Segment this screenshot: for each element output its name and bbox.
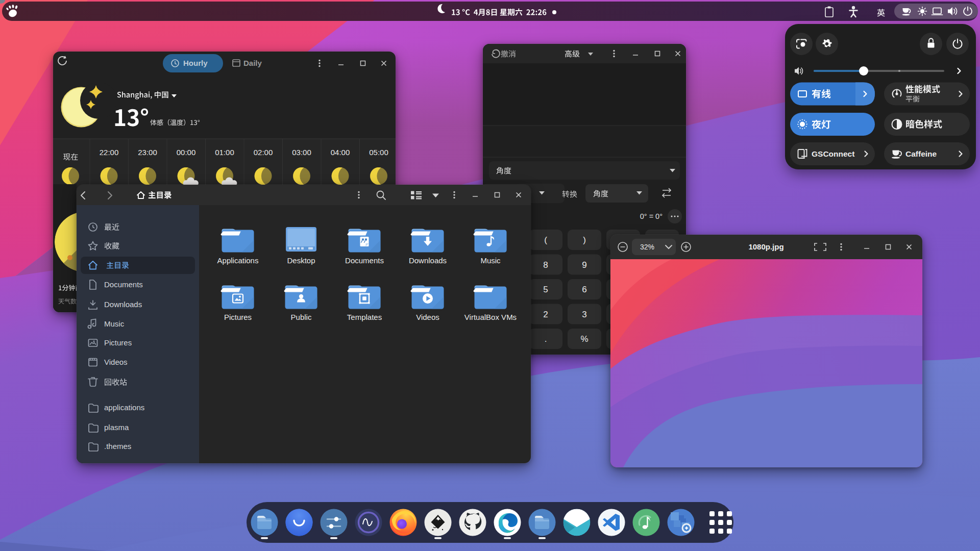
svg-text:GSConnect: GSConnect xyxy=(812,149,854,158)
svg-text:8: 8 xyxy=(543,260,548,270)
svg-text:Music: Music xyxy=(480,256,501,265)
svg-text:plasma: plasma xyxy=(104,423,129,432)
svg-text:05:00: 05:00 xyxy=(369,148,388,157)
svg-text:0° = 0°: 0° = 0° xyxy=(640,212,663,220)
svg-text:6: 6 xyxy=(582,285,586,294)
svg-text:(: ( xyxy=(544,235,547,245)
svg-text:.themes: .themes xyxy=(104,442,131,450)
svg-text:22:00: 22:00 xyxy=(100,148,119,157)
svg-text:Public: Public xyxy=(291,313,312,321)
svg-text:Music: Music xyxy=(104,319,125,328)
svg-text:Documents: Documents xyxy=(104,280,143,289)
svg-text:applications: applications xyxy=(104,403,144,412)
svg-text:): ) xyxy=(583,235,586,245)
svg-text:Videos: Videos xyxy=(416,313,439,321)
svg-text:1080p.jpg: 1080p.jpg xyxy=(748,242,783,251)
svg-text:2: 2 xyxy=(543,310,548,319)
svg-text:03:00: 03:00 xyxy=(292,148,311,157)
svg-text:Downloads: Downloads xyxy=(409,256,447,265)
svg-text:04:00: 04:00 xyxy=(331,148,350,157)
svg-text:Downloads: Downloads xyxy=(104,300,142,309)
svg-text:Templates: Templates xyxy=(347,313,382,321)
svg-text:Documents: Documents xyxy=(345,256,384,265)
svg-text:00:00: 00:00 xyxy=(177,148,196,157)
svg-text:Pictures: Pictures xyxy=(104,338,132,347)
svg-text:01:00: 01:00 xyxy=(215,148,234,157)
svg-text:9: 9 xyxy=(582,260,586,270)
svg-text:Hourly: Hourly xyxy=(183,59,208,67)
svg-text:32%: 32% xyxy=(640,243,654,251)
svg-text:Daily: Daily xyxy=(243,59,262,67)
svg-text:23:00: 23:00 xyxy=(138,148,157,157)
svg-text:3: 3 xyxy=(582,310,586,319)
svg-text:02:00: 02:00 xyxy=(254,148,273,157)
svg-text:Videos: Videos xyxy=(104,358,128,366)
svg-text:%: % xyxy=(580,334,588,344)
svg-text:.: . xyxy=(545,334,547,344)
svg-text:VirtualBox VMs: VirtualBox VMs xyxy=(464,313,517,321)
svg-text:Pictures: Pictures xyxy=(224,313,252,321)
svg-text:Applications: Applications xyxy=(217,256,259,265)
svg-text:Caffeine: Caffeine xyxy=(905,149,937,158)
svg-text:Desktop: Desktop xyxy=(287,256,315,265)
svg-text:5: 5 xyxy=(543,285,548,294)
